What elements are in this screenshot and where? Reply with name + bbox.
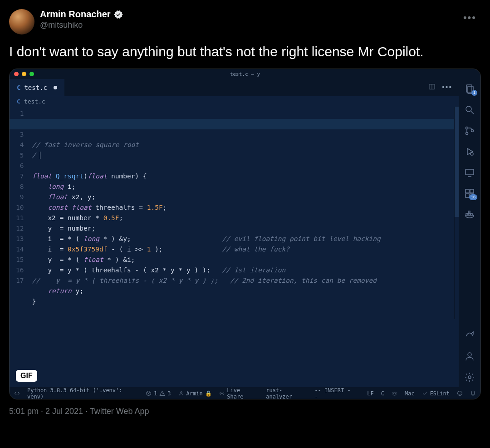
svg-rect-14 (470, 189, 474, 193)
current-line-highlight (9, 119, 454, 129)
svg-point-4 (466, 106, 471, 112)
svg-point-8 (471, 130, 474, 132)
run-debug-icon[interactable] (464, 146, 475, 157)
status-eslint[interactable]: ESLint (422, 390, 450, 397)
tweet-meta[interactable]: 5:01 pm · 2 Jul 2021 · Twitter Web App (9, 407, 481, 416)
avatar[interactable] (9, 9, 34, 34)
svg-point-22 (468, 376, 471, 379)
tweet-time: 5:01 pm (9, 407, 39, 416)
breadcrumb-file: test.c (24, 98, 45, 105)
code-editor[interactable]: 1234567891011121314151617 // fast invers… (10, 107, 459, 319)
tweet-text: I don't want to say anything but that's … (9, 43, 481, 60)
tweet-header: Armin Ronacher @mitsuhiko ••• (9, 9, 481, 34)
status-liveshare[interactable]: Live Share (219, 387, 259, 400)
remote-icon[interactable] (464, 167, 475, 178)
editor-shell: C test.c ••• C test.c 123456789101112131… (10, 79, 480, 387)
handle[interactable]: @mitsuhiko (40, 20, 123, 30)
extensions-icon[interactable]: 16 (464, 188, 475, 199)
status-user[interactable]: Armin 🔒 (178, 390, 212, 397)
svg-point-30 (395, 392, 396, 394)
activity-bar: 1 16 (459, 79, 480, 387)
minimap[interactable] (454, 107, 459, 319)
broadcast-icon (219, 390, 225, 396)
svg-point-29 (393, 392, 394, 394)
source-control-icon[interactable] (464, 125, 475, 136)
user-block: Armin Ronacher @mitsuhiko (40, 9, 123, 30)
tab-test-c[interactable]: C test.c (10, 79, 65, 96)
warning-icon (159, 390, 165, 396)
tweet-source: Twitter Web App (90, 407, 149, 416)
status-feedback-icon[interactable] (457, 390, 463, 396)
person-icon (178, 390, 184, 396)
status-eol[interactable]: LF (367, 390, 373, 397)
status-bar: Python 3.8.3 64-bit ('.venv': venv) 1 3 … (10, 387, 480, 399)
svg-rect-11 (466, 169, 474, 175)
svg-rect-20 (468, 211, 470, 213)
gif-badge: GIF (16, 370, 37, 382)
code-content[interactable]: // fast inverse square root/ float Q_rsq… (32, 107, 454, 319)
docker-icon[interactable] (464, 209, 475, 220)
macos-titlebar: test.c — y (10, 69, 480, 79)
remote-indicator[interactable] (14, 390, 20, 396)
unsaved-dot-icon (54, 86, 57, 89)
status-copilot-icon[interactable] (392, 390, 397, 396)
status-vim-mode: -- INSERT -- (314, 387, 353, 400)
breadcrumb[interactable]: C test.c (10, 96, 459, 107)
explorer-icon[interactable]: 1 (464, 84, 475, 94)
status-bell-icon[interactable] (470, 390, 476, 396)
tweet-media[interactable]: test.c — y C test.c ••• C test.c 12345 (9, 69, 481, 399)
svg-point-7 (466, 133, 468, 135)
minimap-thumb[interactable] (455, 107, 459, 217)
editor-padding (10, 319, 459, 387)
error-icon (146, 390, 152, 396)
search-icon[interactable] (464, 104, 475, 115)
status-os[interactable]: Mac (405, 390, 415, 397)
svg-marker-9 (467, 148, 473, 155)
settings-icon[interactable] (464, 372, 475, 383)
c-lang-icon: C (17, 98, 20, 105)
tab-bar: C test.c ••• (10, 79, 459, 96)
share-icon[interactable] (464, 330, 475, 341)
more-actions-icon[interactable]: ••• (442, 83, 452, 92)
split-editor-icon[interactable] (428, 83, 436, 92)
tab-label: test.c (24, 84, 47, 91)
svg-rect-15 (466, 194, 469, 197)
svg-point-10 (470, 153, 473, 155)
more-button[interactable]: ••• (459, 9, 481, 26)
display-name[interactable]: Armin Ronacher (40, 9, 111, 20)
status-rust[interactable]: rust-analyzer (266, 387, 307, 400)
svg-point-21 (468, 353, 471, 356)
svg-point-31 (458, 391, 462, 396)
window-title: test.c — y (10, 71, 480, 77)
status-problems[interactable]: 1 3 (146, 390, 171, 397)
badge: 1 (471, 90, 477, 96)
svg-point-27 (180, 392, 181, 393)
svg-rect-13 (466, 189, 469, 193)
svg-line-5 (471, 111, 474, 114)
status-lang[interactable]: C (381, 390, 384, 397)
svg-point-28 (221, 393, 222, 394)
tweet-date: 2 Jul 2021 (45, 407, 83, 416)
badge: 16 (469, 194, 477, 200)
account-icon[interactable] (464, 351, 475, 362)
verified-icon (113, 10, 123, 20)
lock-icon: 🔒 (205, 390, 212, 397)
c-lang-icon: C (17, 84, 20, 91)
status-python[interactable]: Python 3.8.3 64-bit ('.venv': venv) (27, 387, 138, 400)
check-icon (422, 390, 428, 396)
svg-point-6 (466, 127, 468, 129)
line-gutter: 1234567891011121314151617 (10, 107, 32, 319)
